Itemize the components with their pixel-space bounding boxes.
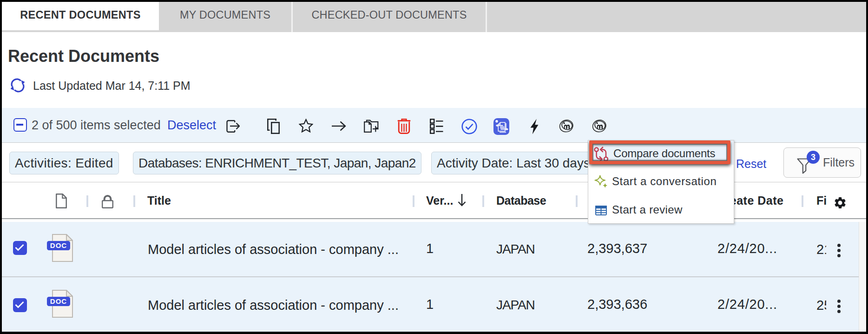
svg-text:DOC: DOC (50, 297, 67, 305)
svg-text:DOC: DOC (50, 241, 67, 249)
